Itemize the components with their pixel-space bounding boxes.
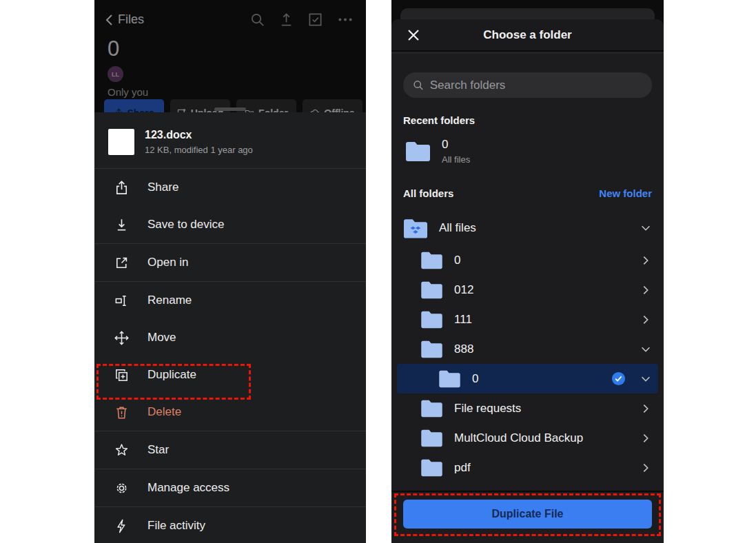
- folder-icon: [420, 280, 443, 299]
- folder-icon: [420, 251, 443, 269]
- tree-row-folder[interactable]: 012: [391, 275, 664, 305]
- file-meta: 12 KB, modified 1 year ago: [145, 145, 253, 155]
- download-icon: [114, 217, 130, 233]
- chevron-right-icon[interactable]: [640, 254, 652, 267]
- sheet-header: Choose a folder: [391, 19, 664, 52]
- menu-item-delete[interactable]: Delete: [94, 393, 366, 431]
- menu-item-share[interactable]: Share: [94, 169, 366, 206]
- folder-icon: [420, 429, 443, 447]
- duplicate-icon: [114, 367, 130, 383]
- search-bar[interactable]: [403, 72, 652, 98]
- duplicate-file-button[interactable]: Duplicate File: [403, 500, 652, 529]
- choose-folder-sheet: Choose a folder Recent folders 0 All fil…: [391, 19, 664, 543]
- selected-check-icon: [611, 371, 626, 386]
- chevron-right-icon[interactable]: [640, 284, 652, 296]
- search-icon: [413, 79, 424, 91]
- all-folders-label: All folders: [403, 187, 453, 199]
- recent-folder-path: All files: [442, 154, 470, 165]
- chevron-down-icon[interactable]: [640, 222, 652, 234]
- gear-icon: [114, 480, 130, 496]
- recent-folders-label: Recent folders: [391, 98, 664, 126]
- rename-icon: [114, 293, 130, 309]
- recent-folder-item[interactable]: 0 All files: [391, 126, 664, 165]
- chevron-right-icon[interactable]: [640, 462, 652, 474]
- star-icon: [114, 442, 130, 458]
- menu-item-save-to-device[interactable]: Save to device: [94, 206, 366, 243]
- chevron-right-icon[interactable]: [640, 432, 652, 444]
- chevron-down-icon[interactable]: [640, 343, 652, 356]
- dim-overlay: [94, 0, 366, 112]
- files-browser-background: Files 0 LL Only you Share Upload Fo: [94, 0, 366, 112]
- tree-row-all-files[interactable]: All files: [391, 211, 664, 245]
- new-folder-link[interactable]: New folder: [599, 187, 652, 199]
- menu-item-rename[interactable]: Rename: [94, 282, 366, 319]
- drag-handle[interactable]: [214, 107, 246, 111]
- tree-row-folder[interactable]: pdf: [391, 453, 664, 482]
- sheet-title: Choose a folder: [483, 28, 571, 42]
- sheet-footer: Duplicate File: [391, 491, 664, 543]
- file-thumbnail: [108, 129, 134, 155]
- tree-row-folder[interactable]: 888: [391, 334, 664, 364]
- folder-tree: All files 0 012 111: [391, 211, 664, 482]
- close-icon[interactable]: [407, 28, 420, 42]
- folder-icon: [420, 310, 443, 329]
- dropbox-folder-icon: [403, 218, 428, 239]
- file-name: 123.docx: [145, 129, 253, 141]
- menu-item-manage-access[interactable]: Manage access: [94, 469, 366, 506]
- recent-folder-name: 0: [442, 138, 470, 152]
- chevron-right-icon[interactable]: [640, 402, 652, 415]
- file-actions-sheet: 123.docx 12 KB, modified 1 year ago Shar…: [94, 112, 366, 543]
- folder-icon: [438, 369, 461, 388]
- open-in-icon: [114, 255, 130, 271]
- move-icon: [114, 330, 130, 346]
- file-header: 123.docx 12 KB, modified 1 year ago: [94, 112, 366, 168]
- folder-icon: [420, 340, 443, 358]
- menu-item-open-in[interactable]: Open in: [94, 244, 366, 281]
- menu-item-star[interactable]: Star: [94, 431, 366, 469]
- tree-row-folder[interactable]: 111: [391, 305, 664, 334]
- menu-item-move[interactable]: Move: [94, 319, 366, 356]
- tree-row-folder[interactable]: 0: [391, 245, 664, 275]
- search-input[interactable]: [430, 79, 642, 92]
- folder-icon: [420, 399, 443, 418]
- folder-icon: [405, 141, 431, 162]
- menu-item-duplicate[interactable]: Duplicate: [94, 356, 366, 393]
- tree-row-folder-selected[interactable]: 0: [391, 364, 664, 393]
- right-phone-screen: Choose a folder Recent folders 0 All fil…: [391, 0, 664, 543]
- menu-item-file-activity[interactable]: File activity: [94, 507, 366, 543]
- share-icon: [114, 180, 130, 196]
- tree-row-folder[interactable]: MultCloud Cloud Backup: [391, 423, 664, 453]
- chevron-right-icon[interactable]: [640, 314, 652, 326]
- chevron-down-icon[interactable]: [640, 373, 652, 385]
- folder-icon: [420, 458, 443, 477]
- lightning-icon: [114, 518, 130, 534]
- tree-row-folder[interactable]: File requests: [391, 393, 664, 423]
- left-phone-screen: Files 0 LL Only you Share Upload Fo: [94, 0, 366, 543]
- trash-icon: [114, 404, 130, 420]
